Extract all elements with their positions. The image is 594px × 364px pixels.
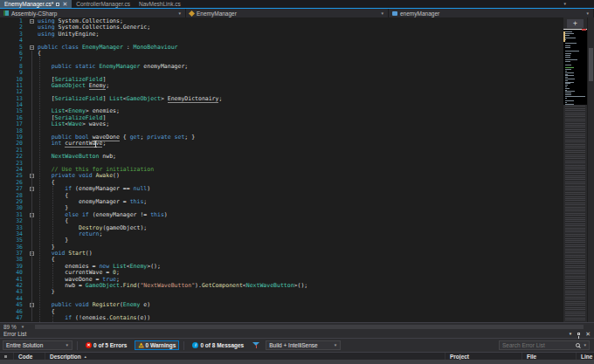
member-dropdown[interactable]: enemyManager ▼: [389, 9, 594, 17]
chevron-down-icon: ▼: [66, 343, 69, 347]
fold-margin: [23, 57, 38, 63]
chevron-down-icon[interactable]: ▼: [582, 343, 589, 347]
minimap-scrollbar[interactable]: + ▲: [563, 17, 587, 322]
fold-collapse-icon[interactable]: −: [30, 45, 34, 50]
tab-enemymanager-cs[interactable]: EnemyManager.cs*✕: [0, 0, 72, 8]
fold-margin: [23, 237, 38, 244]
close-icon[interactable]: ✕: [62, 1, 67, 7]
vertical-scrollbar[interactable]: [587, 17, 594, 322]
minimap-document-rest[interactable]: [565, 105, 585, 322]
fold-margin: [23, 205, 38, 211]
splitter-plus-icon[interactable]: +: [567, 19, 584, 28]
code-line[interactable]: 17 List<Wave> waves;: [0, 121, 594, 127]
code-line[interactable]: 42 nwb = GameObject.Find("NextWaveButton…: [0, 283, 594, 289]
fold-margin: [23, 161, 38, 167]
code-line[interactable]: 31− else if (enemyManager != this): [0, 212, 594, 218]
toolbar-separator: [183, 341, 184, 350]
code-line[interactable]: 35 }: [0, 237, 594, 244]
code-line[interactable]: 6{: [0, 51, 594, 57]
fold-margin: [23, 154, 38, 160]
warning-icon: ⚠: [138, 342, 143, 348]
messages-filter-button[interactable]: i 0 of 8 Messages: [189, 340, 247, 350]
column-header-icon[interactable]: [0, 353, 14, 360]
code-line[interactable]: 20 int currentWave;: [0, 141, 594, 147]
column-header-line[interactable]: Line: [577, 353, 594, 360]
tab-bar-tabs: EnemyManager.cs*✕ControllerManager.csNav…: [0, 0, 185, 8]
fold-margin: [23, 64, 38, 70]
fold-margin: [23, 31, 38, 38]
error-list-searchbox[interactable]: ▼: [499, 340, 590, 350]
fold-margin: [23, 264, 38, 270]
code-editor[interactable]: 1−using System.Collections;2using System…: [0, 17, 594, 322]
source-filter-dropdown[interactable]: Build + IntelliSense ▼: [266, 340, 341, 350]
code-line[interactable]: 37− void Start(): [0, 251, 594, 257]
fold-margin: [23, 199, 38, 205]
member-dropdown-label: enemyManager: [400, 10, 439, 17]
filter-icon[interactable]: [252, 341, 260, 349]
code-text: GameObject Enemy;: [38, 83, 109, 89]
code-line[interactable]: 29 enemyManager = this;: [0, 199, 594, 205]
type-dropdown-label: EnemyManager: [197, 10, 237, 17]
error-list-column-headers: CodeDescription▲ProjectFileLine: [0, 352, 594, 360]
code-text: if (!enemies.Contains(e)): [38, 315, 150, 321]
code-line[interactable]: 45− public void Register(Enemy e): [0, 302, 594, 308]
vertical-scrollbar-thumb[interactable]: [589, 48, 593, 81]
code-line[interactable]: 3using UnityEngine;: [0, 31, 594, 38]
code-line[interactable]: 13 [SerializeField] List<GameObject> Ene…: [0, 96, 594, 102]
errors-filter-label: 0 of 5 Errors: [93, 342, 127, 348]
zoom-control[interactable]: 89 % ▼: [0, 324, 28, 330]
close-icon[interactable]: ✕: [585, 331, 591, 337]
code-text: List<Wave> waves;: [38, 121, 109, 127]
tab-overflow-icon[interactable]: ▼: [561, 0, 570, 8]
pin-icon[interactable]: [577, 333, 580, 335]
fold-margin: [23, 225, 38, 231]
code-line[interactable]: 8 public static EnemyManager enemyManage…: [0, 64, 594, 70]
horizontal-scrollbar-thumb[interactable]: [35, 325, 584, 329]
pin-icon[interactable]: [56, 3, 59, 6]
fold-collapse-icon[interactable]: −: [30, 19, 34, 24]
code-line[interactable]: 43 }: [0, 289, 594, 295]
errors-filter-button[interactable]: ✕ 0 of 5 Errors: [82, 340, 130, 350]
fold-margin: [23, 128, 38, 134]
type-dropdown[interactable]: EnemyManager ▼: [186, 9, 389, 17]
chevron-down-icon: ▼: [586, 11, 590, 16]
scope-dropdown[interactable]: Entire Solution ▼: [3, 340, 73, 350]
fold-margin: [23, 315, 38, 321]
fold-margin: [23, 167, 38, 173]
fold-margin: −: [23, 251, 38, 257]
minimap-viewport[interactable]: [563, 29, 587, 105]
window-menu-icon[interactable]: ▼: [569, 332, 572, 336]
code-line[interactable]: 5−public class EnemyManager : MonoBehavi…: [0, 45, 594, 51]
sort-ascending-icon: ▲: [84, 354, 87, 359]
code-line[interactable]: 11 GameObject Enemy;: [0, 83, 594, 89]
column-header-file[interactable]: File: [522, 353, 577, 360]
project-dropdown[interactable]: Assembly-CSharp ▼: [0, 9, 186, 17]
search-input[interactable]: [500, 342, 575, 348]
code-line[interactable]: 25− private void Awake(): [0, 173, 594, 179]
code-line[interactable]: 22 NextWaveButton nwb;: [0, 154, 594, 160]
warnings-filter-button[interactable]: ⚠ 0 Warnings: [135, 340, 179, 350]
column-header-description[interactable]: Description▲: [45, 353, 446, 360]
fold-margin: [23, 218, 38, 224]
code-line[interactable]: 47 if (!enemies.Contains(e)): [0, 315, 594, 321]
code-line[interactable]: 27− if (enemyManager == null): [0, 186, 594, 192]
editor-bottom-bar: 89 % ▼: [0, 322, 594, 330]
chevron-down-icon: ▼: [381, 11, 384, 16]
tab-controllermanager-cs[interactable]: ControllerManager.cs: [72, 0, 135, 8]
fold-margin: [23, 38, 38, 44]
column-header-project[interactable]: Project: [446, 353, 522, 360]
column-header-code[interactable]: Code: [14, 353, 45, 360]
fold-margin: −: [23, 45, 38, 51]
chevron-down-icon: ▼: [21, 325, 24, 329]
error-list-titlebar[interactable]: Error List ▼ ✕: [0, 330, 594, 338]
chevron-down-icon: ▼: [178, 11, 182, 16]
tab-navmeshlink-cs[interactable]: NavMeshLink.cs: [135, 0, 185, 8]
code-line[interactable]: 34 return;: [0, 231, 594, 237]
fold-margin: [23, 70, 38, 76]
source-filter-label: Build + IntelliSense: [269, 342, 317, 348]
fold-margin: [23, 231, 38, 237]
error-list-hscrollbar[interactable]: [0, 360, 594, 364]
toolbar-separator: [77, 341, 78, 350]
scope-dropdown-label: Entire Solution: [6, 342, 43, 348]
search-icon[interactable]: [575, 342, 582, 349]
